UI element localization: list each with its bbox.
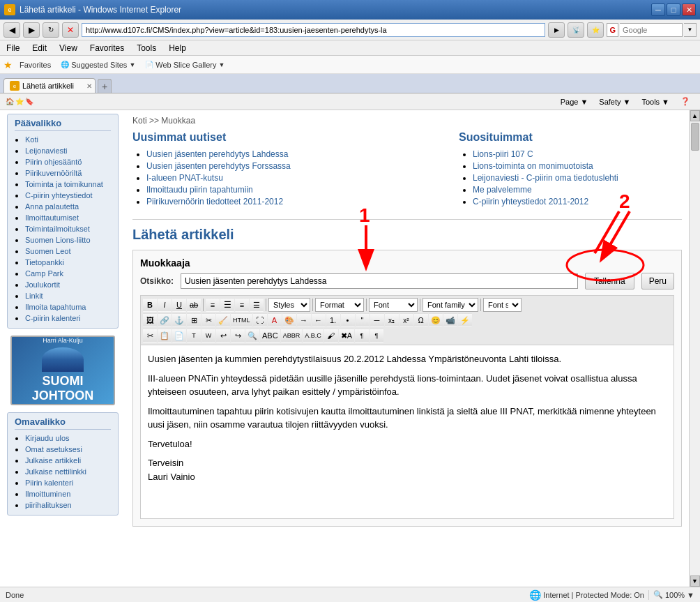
sidebar-link-camp-park[interactable]: Camp Park — [25, 269, 63, 278]
oma-item-ilmoittuminen[interactable]: Ilmoittuminen — [25, 489, 111, 499]
news-link-2[interactable]: I-alueen PNAT-kutsu — [146, 173, 223, 183]
hr-button[interactable]: ─ — [370, 313, 384, 327]
spellcheck-button[interactable]: ABC — [260, 329, 280, 343]
suggested-sites-item[interactable]: 🌐 Suggested Sites ▼ — [58, 60, 138, 70]
sidebar-item-suomen-leot[interactable]: Suomen Leot — [25, 246, 111, 256]
sidebar-item-koti[interactable]: Koti — [25, 135, 111, 144]
media-button[interactable]: 📹 — [443, 313, 457, 327]
remove-format[interactable]: ✖A — [339, 329, 354, 343]
ul-button[interactable]: • — [341, 313, 355, 327]
cut-button[interactable]: ✂ — [143, 329, 157, 343]
sidebar-item-camp-park[interactable]: Camp Park — [25, 269, 111, 278]
popular-link-2[interactable]: Leijonaviesti - C-piirin oma tiedotusleh… — [473, 173, 618, 183]
sidebar-item-anna-palautetta[interactable]: Anna palautetta — [25, 202, 111, 211]
news-item-3[interactable]: Ilmoittaudu piirin tapahtumiin — [146, 185, 448, 195]
oma-item-asetukset[interactable]: Omat asetuksesi — [25, 444, 111, 454]
oma-link-piirin-kalenteri[interactable]: Piirin kalenteri — [25, 479, 73, 487]
redo-button[interactable]: ↪ — [231, 329, 245, 343]
close-button[interactable]: ✕ — [682, 3, 696, 16]
editor-content-area[interactable]: Uusien jäsenten ja kummien perehdytystil… — [140, 345, 674, 519]
scroll-down-button[interactable]: ▼ — [690, 575, 700, 587]
sidebar-link-piirin-ohjesaanto[interactable]: Piirin ohjesääntö — [25, 158, 82, 166]
page-button[interactable]: Page ▼ — [556, 97, 593, 107]
sidebar-item-yhteystiedot[interactable]: C-piirin yhteystiedot — [25, 190, 111, 200]
oma-link-ilmoittuminen[interactable]: Ilmoittuminen — [25, 490, 70, 498]
sidebar-link-suomen-leot[interactable]: Suomen Leot — [25, 247, 70, 255]
oma-item-kirjaudu[interactable]: Kirjaudu ulos — [25, 433, 111, 443]
paste-text-button[interactable]: T — [187, 329, 201, 343]
sidebar-link-ilmoita-tapahtuma[interactable]: Ilmoita tapahtuma — [25, 303, 86, 311]
menu-help[interactable]: Help — [166, 43, 189, 54]
scrollbar[interactable]: ▲ ▼ — [689, 110, 700, 587]
menu-edit[interactable]: Edit — [29, 43, 50, 54]
refresh-button[interactable]: ↻ — [43, 22, 59, 38]
oma-link-piirihalitus[interactable]: piirihalituksen — [25, 501, 72, 509]
blockquote-button[interactable]: " — [356, 313, 370, 327]
safety-button[interactable]: Safety ▼ — [595, 97, 634, 107]
rtl-button[interactable]: ¶ — [370, 329, 383, 343]
sidebar-link-ilmoittautumiset[interactable]: Ilmoittautumiset — [25, 213, 79, 222]
align-right-button[interactable]: ≡ — [235, 298, 249, 312]
oma-item-piirin-kalenteri[interactable]: Piirin kalenteri — [25, 478, 111, 488]
stop-button[interactable]: ✕ — [62, 22, 79, 38]
sidebar-item-ilmoittautumiset[interactable]: Ilmoittautumiset — [25, 213, 111, 223]
indent-button[interactable]: → — [297, 313, 311, 327]
menu-tools[interactable]: Tools — [134, 43, 159, 54]
news-item-1[interactable]: Uusien jäsenten perehdytys Forssassa — [146, 161, 448, 171]
paste-button[interactable]: 📄 — [172, 329, 186, 343]
sidebar-item-linkit[interactable]: Linkit — [25, 291, 111, 301]
italic-button[interactable]: I — [158, 298, 172, 312]
outdent-button[interactable]: ← — [312, 313, 326, 327]
underline-button[interactable]: U — [172, 298, 186, 312]
address-input[interactable] — [82, 23, 545, 37]
forecolor-button[interactable]: A — [268, 313, 282, 327]
sidebar-link-linkit[interactable]: Linkit — [25, 292, 43, 300]
sub-button[interactable]: x₂ — [385, 313, 399, 327]
popular-link-1[interactable]: Lions-toiminta on monimuotoista — [473, 161, 593, 171]
unlink-button[interactable]: ✂ — [201, 313, 215, 327]
find-button[interactable]: 🔍 — [245, 329, 259, 343]
sidebar-link-tietopankki[interactable]: Tietopankki — [25, 258, 64, 266]
new-tab-button[interactable]: + — [98, 79, 112, 93]
news-link-4[interactable]: Piirikuvernöörin tiedotteet 2011-2012 — [146, 197, 283, 206]
scroll-thumb[interactable] — [691, 123, 699, 151]
ol-button[interactable]: 1. — [326, 313, 340, 327]
font-select[interactable]: Font — [369, 298, 418, 312]
copy-button[interactable]: 📋 — [158, 329, 172, 343]
align-center-button[interactable]: ☰ — [220, 298, 234, 312]
sidebar-link-anna-palautetta[interactable]: Anna palautetta — [25, 202, 79, 211]
abbr-button[interactable]: ABBR — [281, 329, 303, 343]
format-painter[interactable]: 🖌 — [324, 329, 338, 343]
paste-word-button[interactable]: W — [201, 329, 215, 343]
news-item-2[interactable]: I-alueen PNAT-kutsu — [146, 173, 448, 183]
active-tab[interactable]: e Lähetä artikkeli ✕ — [3, 78, 96, 93]
go-button[interactable]: ▶ — [548, 22, 565, 38]
minimize-button[interactable]: ─ — [651, 3, 665, 16]
forward-button[interactable]: ▶ — [23, 22, 40, 38]
sidebar-link-toiminta[interactable]: Toiminta ja toimikunnat — [25, 180, 103, 188]
tab-close-icon[interactable]: ✕ — [86, 82, 92, 90]
sidebar-link-piirikuvernoorilt[interactable]: Piirikuvernööriltä — [25, 169, 82, 177]
news-link-3[interactable]: Ilmoittaudu piirin tapahtumiin — [146, 185, 253, 195]
popular-item-3[interactable]: Me palvelemme — [473, 185, 682, 195]
favorites-button[interactable]: ⭐ — [587, 22, 604, 38]
oma-link-julkaise-linkki[interactable]: Julkaise nettilinkki — [25, 467, 86, 476]
sidebar-link-koti[interactable]: Koti — [25, 135, 38, 144]
popular-item-1[interactable]: Lions-toiminta on monimuotoista — [473, 161, 682, 171]
bold-button[interactable]: B — [143, 298, 157, 312]
sidebar-item-piirikuvernoorilt[interactable]: Piirikuvernööriltä — [25, 168, 111, 178]
oma-item-julkaise-linkki[interactable]: Julkaise nettilinkki — [25, 467, 111, 476]
ltr-button[interactable]: ¶ — [355, 329, 369, 343]
sidebar-link-leijonaviesti[interactable]: Leijonaviesti — [25, 146, 68, 155]
insert-anchor-button[interactable]: ⚓ — [172, 313, 186, 327]
insert-link-button[interactable]: 🔗 — [158, 313, 172, 327]
news-link-1[interactable]: Uusien jäsenten perehdytys Forssassa — [146, 161, 291, 171]
sidebar-item-toimintailmoitukset[interactable]: Toimintailmoitukset — [25, 224, 111, 234]
scroll-up-button[interactable]: ▲ — [690, 110, 700, 121]
sidebar-item-leijonaviesti[interactable]: Leijonaviesti — [25, 146, 111, 156]
title-bar-controls[interactable]: ─ □ ✕ — [651, 3, 696, 16]
font-size-select[interactable]: Font si... — [483, 298, 522, 312]
menu-view[interactable]: View — [56, 43, 80, 54]
oma-link-julkaise[interactable]: Julkaise artikkeli — [25, 456, 81, 465]
style-button[interactable]: A.B.C — [303, 329, 324, 343]
